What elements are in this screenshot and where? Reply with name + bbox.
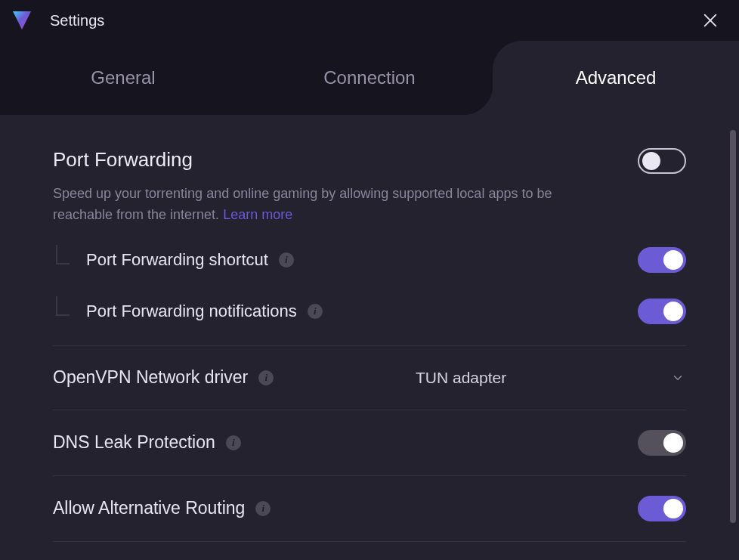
port-forwarding-description: Speed up your torrenting and online gami… — [53, 184, 597, 226]
titlebar: Settings — [0, 0, 739, 41]
toggle-knob — [663, 250, 683, 270]
ipv6-leak-row: IPv6 Leak Protection i — [53, 542, 686, 560]
info-icon[interactable]: i — [226, 435, 241, 450]
tab-strip: General Connection Advanced — [0, 41, 739, 115]
close-icon — [702, 12, 719, 29]
toggle-knob — [663, 499, 683, 518]
port-forwarding-toggle[interactable] — [638, 148, 686, 174]
dns-leak-label: DNS Leak Protection — [53, 432, 215, 453]
port-forwarding-notifications-label: Port Forwarding notifications — [86, 302, 297, 321]
alt-routing-toggle[interactable] — [638, 496, 686, 521]
port-forwarding-shortcut-row: Port Forwarding shortcut i — [53, 247, 686, 273]
toggle-knob — [663, 433, 683, 453]
alt-routing-label: Allow Alternative Routing — [53, 498, 245, 518]
learn-more-link[interactable]: Learn more — [223, 207, 292, 222]
toggle-knob — [642, 152, 660, 170]
settings-panel: Port Forwarding Speed up your torrenting… — [0, 115, 739, 560]
port-forwarding-section: Port Forwarding Speed up your torrenting… — [53, 148, 686, 226]
info-icon[interactable]: i — [279, 252, 294, 268]
svg-marker-0 — [13, 11, 31, 29]
toggle-knob — [663, 302, 683, 321]
info-icon[interactable]: i — [255, 501, 271, 516]
port-forwarding-title: Port Forwarding — [53, 148, 638, 172]
port-forwarding-notifications-toggle[interactable] — [638, 299, 686, 324]
openvpn-driver-label: OpenVPN Network driver — [53, 367, 248, 388]
port-forwarding-notifications-row: Port Forwarding notifications i — [53, 299, 686, 324]
app-logo — [9, 8, 35, 33]
scrollbar[interactable] — [730, 130, 736, 523]
info-icon[interactable]: i — [258, 370, 274, 385]
openvpn-driver-select[interactable]: TUN adapter — [414, 366, 686, 390]
port-forwarding-shortcut-toggle[interactable] — [638, 247, 686, 273]
tab-connection[interactable]: Connection — [246, 41, 493, 115]
close-button[interactable] — [697, 7, 724, 34]
openvpn-driver-value: TUN adapter — [416, 369, 506, 387]
port-forwarding-shortcut-label: Port Forwarding shortcut — [86, 250, 268, 270]
info-icon[interactable]: i — [308, 304, 323, 319]
tab-general[interactable]: General — [0, 41, 246, 115]
openvpn-driver-row: OpenVPN Network driver i TUN adapter — [53, 346, 686, 410]
alt-routing-row: Allow Alternative Routing i — [53, 476, 686, 542]
chevron-down-icon — [671, 371, 685, 385]
port-forwarding-description-text: Speed up your torrenting and online gami… — [53, 186, 552, 222]
dns-leak-row: DNS Leak Protection i — [53, 410, 686, 476]
window-title: Settings — [50, 12, 104, 29]
tree-connector-icon — [56, 245, 70, 265]
dns-leak-toggle[interactable] — [638, 430, 686, 456]
tab-advanced[interactable]: Advanced — [493, 41, 739, 115]
tree-connector-icon — [56, 296, 70, 316]
settings-scroll-area[interactable]: Port Forwarding Speed up your torrenting… — [0, 115, 739, 560]
